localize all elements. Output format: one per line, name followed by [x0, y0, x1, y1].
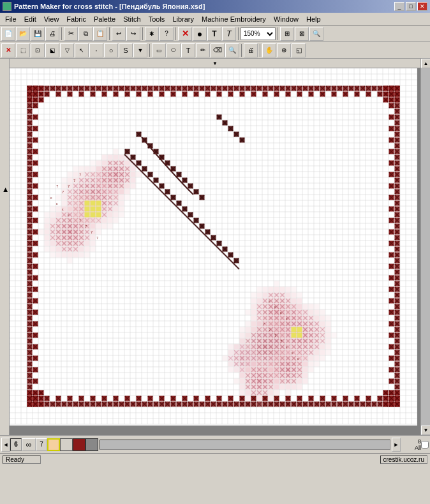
page-7: 7: [36, 438, 47, 451]
page-number: 6: [10, 438, 22, 451]
all-checkbox[interactable]: [421, 441, 429, 448]
all-label: All: [415, 445, 421, 451]
app-icon: [3, 2, 11, 11]
tool-sel2[interactable]: ⊡: [31, 43, 45, 57]
open-button[interactable]: [16, 27, 30, 41]
help-button[interactable]: ?: [159, 27, 174, 41]
maximize-button[interactable]: □: [406, 2, 416, 11]
left-ruler: ▶: [0, 59, 10, 435]
menu-view[interactable]: View: [40, 14, 63, 24]
menu-file[interactable]: File: [1, 14, 20, 24]
top-arrow: ▼: [212, 61, 218, 66]
toolbar-row-1: ⧉ 📋 ↩ ↪ ✱ ? ✕ ● T T 150% 100% 200% 75% 5…: [0, 26, 430, 42]
top-ruler: ▼: [10, 59, 420, 68]
close-button[interactable]: ✕: [417, 2, 427, 11]
menu-tools[interactable]: Tools: [145, 14, 169, 24]
bottom-bar: ◄ 6 ∞ 7 ► 8 All: [0, 435, 430, 453]
sep6: [278, 27, 278, 40]
tool-extra1[interactable]: ⊕: [277, 43, 291, 57]
page-left-button[interactable]: ◄: [1, 438, 10, 452]
toolbar-row-2: ✕ ⬚ ⊡ ⬕ ▽ ↖ · ○ S ▼ ▭ ⬭ T ✏ ⌫ 🔍 🖨 ✋ ⊕ ◱: [0, 42, 430, 59]
tool-text[interactable]: T: [181, 43, 195, 57]
italic-T-button[interactable]: T: [222, 27, 236, 41]
sep8: [241, 44, 242, 57]
color-swatch-dark[interactable]: [85, 438, 98, 451]
menu-help[interactable]: Help: [302, 14, 325, 24]
tool-print2[interactable]: 🖨: [244, 43, 258, 57]
cut-button[interactable]: [64, 27, 78, 41]
sep9: [260, 44, 260, 57]
circle-dark-button[interactable]: ●: [193, 27, 207, 41]
color-swatch-gray[interactable]: [60, 438, 73, 451]
menu-bar: File Edit View Fabric Palette Stitch Too…: [0, 13, 430, 26]
menu-library[interactable]: Library: [168, 14, 198, 24]
tool-sel1[interactable]: ⬚: [16, 43, 30, 57]
tool-dot[interactable]: ·: [89, 43, 103, 57]
menu-machine-embroidery[interactable]: Machine Embroidery: [198, 14, 270, 24]
tool-sel4[interactable]: ▽: [60, 43, 74, 57]
page-right-button[interactable]: ►: [392, 438, 401, 452]
scroll-down-button[interactable]: ▼: [421, 426, 430, 435]
sep3: [142, 27, 143, 40]
redo-button[interactable]: ↪: [126, 27, 140, 41]
color-swatch-darkred[interactable]: [73, 438, 85, 451]
scroll-track[interactable]: [421, 68, 430, 426]
tool-erase[interactable]: ⌫: [211, 43, 225, 57]
sep7: [149, 44, 150, 57]
print-button[interactable]: [45, 27, 59, 41]
undo-button[interactable]: ↩: [112, 27, 126, 41]
tool-oval[interactable]: ⬭: [167, 43, 181, 57]
menu-palette[interactable]: Palette: [90, 14, 119, 24]
sep5: [238, 27, 239, 40]
close-small-button[interactable]: ✕: [1, 43, 15, 57]
sep1: [61, 27, 62, 40]
status-bar: Ready crestik.ucoz.ru: [0, 453, 430, 466]
status-coords: crestik.ucoz.ru: [380, 456, 427, 464]
sep4: [175, 27, 176, 40]
select1-button[interactable]: ✱: [145, 27, 159, 41]
title-bar: Pattern Maker for cross stitch - [Пендиб…: [0, 0, 430, 13]
zoom-select[interactable]: 150% 100% 200% 75% 50%: [241, 27, 276, 40]
tool-pencil[interactable]: ✏: [196, 43, 210, 57]
new-button[interactable]: [1, 27, 15, 41]
color-swatch-yellow[interactable]: [47, 438, 60, 451]
tool-rect[interactable]: ▭: [152, 43, 166, 57]
window-title: Pattern Maker for cross stitch - [Пендиб…: [14, 3, 205, 10]
tool-dropdown[interactable]: ▼: [133, 43, 147, 57]
save-button[interactable]: [31, 27, 45, 41]
canvas-container[interactable]: ▼: [10, 59, 420, 435]
bold-T-button[interactable]: T: [207, 27, 221, 41]
status-ready: Ready: [3, 456, 41, 464]
main-area: ▶ ▼ ▲ ▼: [0, 59, 430, 435]
grid2-button[interactable]: ⊠: [295, 27, 309, 41]
grid1-button[interactable]: ⊞: [280, 27, 294, 41]
minimize-button[interactable]: _: [394, 2, 404, 11]
tool-sel3[interactable]: ⬕: [45, 43, 59, 57]
left-arrow-indicator: ▶: [1, 188, 8, 192]
infinity-symbol: ∞: [22, 438, 36, 451]
embroidery-canvas[interactable]: [10, 68, 417, 426]
menu-fabric[interactable]: Fabric: [63, 14, 90, 24]
tool-arrow[interactable]: ↖: [75, 43, 89, 57]
scroll-up-button[interactable]: ▲: [421, 59, 430, 68]
menu-window[interactable]: Window: [270, 14, 302, 24]
sep2: [109, 27, 110, 40]
tool-zoom[interactable]: 🔍: [225, 43, 239, 57]
title-controls: _ □ ✕: [394, 2, 427, 11]
tool-S[interactable]: S: [119, 43, 133, 57]
tool-move[interactable]: ✋: [262, 43, 276, 57]
horizontal-scrollbar[interactable]: [100, 440, 390, 450]
page-info: 8 All: [402, 438, 421, 451]
cross-red-button[interactable]: ✕: [178, 27, 192, 41]
menu-stitch[interactable]: Stitch: [119, 14, 145, 24]
menu-edit[interactable]: Edit: [20, 14, 40, 24]
scrollbar-right[interactable]: ▲ ▼: [420, 59, 430, 435]
copy-button[interactable]: ⧉: [78, 27, 93, 41]
tool-extra2[interactable]: ◱: [292, 43, 306, 57]
paste-button[interactable]: 📋: [93, 27, 107, 41]
tool-circle[interactable]: ○: [104, 43, 118, 57]
zoom-in-button[interactable]: 🔍: [309, 27, 323, 41]
